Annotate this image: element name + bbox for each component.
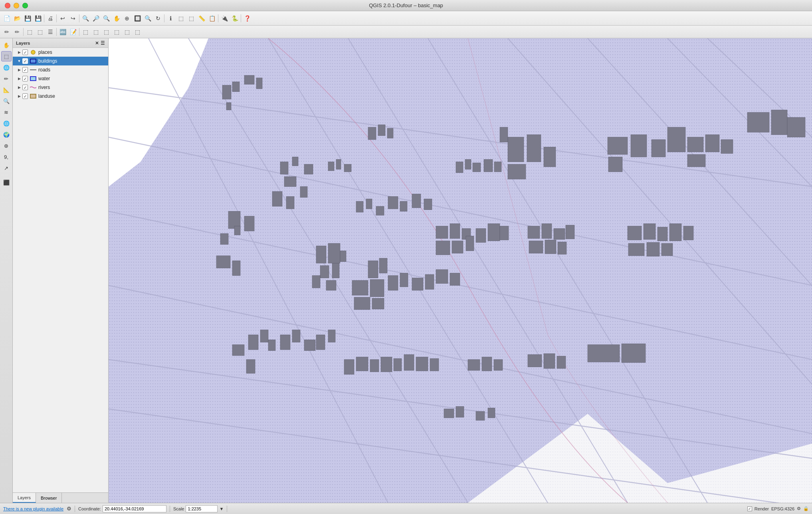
plugin-tool-3[interactable]: 🌍 [1,129,12,140]
waypoint-btn[interactable]: ⬚ [111,27,122,37]
crs-lock-icon[interactable]: 🔒 [803,506,809,511]
identify-tool[interactable]: 🌐 [1,62,12,73]
snap-btn[interactable]: ⬚ [80,27,91,37]
red-stop-btn[interactable]: ⬛ [1,177,12,188]
render-checkbox[interactable]: ✓ [747,506,752,511]
annotation-btn[interactable]: 📝 [68,27,78,37]
close-button[interactable] [5,3,10,8]
svg-rect-140 [336,159,341,169]
select-btn[interactable]: ⬚ [176,13,186,24]
menu-panel-icon[interactable]: ☰ [101,40,105,46]
layer-expand-rivers[interactable]: ▶ [16,84,22,91]
layer-expand-landuse[interactable]: ▶ [16,93,22,99]
map-canvas[interactable] [109,38,812,503]
open-project-btn[interactable]: 📂 [12,13,22,24]
scale-label: Scale [173,506,184,511]
tab-browser[interactable]: Browser [36,493,62,503]
layer-expand-roads[interactable]: ▶ [16,67,22,73]
refresh-btn[interactable]: ↻ [153,13,163,24]
select-tool[interactable]: ⬚ [1,51,12,61]
layer-expand-places[interactable]: ▶ [16,49,22,55]
gpx-btn[interactable]: ⬚ [91,27,101,37]
layer-item-landuse[interactable]: ▶ ✓ landuse [13,92,108,101]
edit-pencil-btn[interactable]: ✏ [2,27,12,37]
help-btn[interactable]: ❓ [242,13,252,24]
svg-rect-58 [747,113,769,132]
zoom-in-btn[interactable]: 🔎 [91,13,101,24]
scale-input[interactable] [186,505,218,512]
svg-rect-109 [554,229,565,239]
edit-node-btn[interactable]: ✏ [12,27,22,37]
map-svg [109,38,812,503]
window-controls[interactable] [5,3,28,8]
layer-checkbox-buildings[interactable]: ✓ [22,58,28,64]
zoom-layer-btn[interactable]: 🔲 [132,13,143,24]
layers-header-icons[interactable]: ✕ ☰ [95,40,105,46]
new-project-btn[interactable]: 📄 [2,13,12,24]
coordinate-label: Coordinate: [78,506,101,511]
zoom-full-btn[interactable]: 🔍 [80,13,91,24]
undo-btn[interactable]: ↩ [57,13,68,24]
save-project-btn[interactable]: 💾 [22,13,33,24]
svg-rect-117 [669,223,681,241]
label-btn[interactable]: 🔤 [57,27,68,37]
layer-item-buildings[interactable]: ▼ ✓ buildings [13,57,108,65]
svg-rect-81 [436,241,450,255]
scale-dropdown-icon[interactable]: ▼ [219,506,224,511]
plugin-tool-6[interactable]: ↗ [1,163,12,173]
redo-btn[interactable]: ↪ [68,13,78,24]
svg-rect-57 [608,157,622,172]
svg-rect-68 [248,335,258,350]
save-as-btn[interactable]: 💾 [33,13,43,24]
layer-checkbox-landuse[interactable]: ✓ [22,93,28,99]
digitize-btn[interactable]: ⬚ [24,27,35,37]
pan-btn[interactable]: ✋ [111,13,122,24]
plugin-tool-5[interactable]: 9, [1,152,12,162]
measure-btn[interactable]: 📏 [196,13,207,24]
layer-checkbox-water[interactable]: ✓ [22,76,28,81]
layer-expand-water[interactable]: ▶ [16,75,22,82]
add-feature-btn[interactable]: ⬚ [35,27,45,37]
svg-rect-64 [388,196,398,209]
attribute-table-btn[interactable]: 📋 [207,13,217,24]
layer-item-roads[interactable]: ▶ ✓ roads [13,65,108,74]
plugin-tool-2[interactable]: 🌐 [1,118,12,128]
layer-item-places[interactable]: ▶ ✓ places [13,48,108,57]
zoom-selected-btn[interactable]: 🔍 [143,13,153,24]
maximize-button[interactable] [22,3,28,8]
network-btn[interactable]: ⬚ [132,27,143,37]
track-btn[interactable]: ⬚ [122,27,132,37]
layer-item-rivers[interactable]: ▶ ✓ rivers [13,83,108,92]
svg-rect-40 [300,186,307,197]
plugin-tool-1[interactable]: ≋ [1,107,12,117]
plugin-tool-4[interactable]: ⊛ [1,140,12,151]
move-feature-btn[interactable]: ☰ [45,27,55,37]
layer-checkbox-roads[interactable]: ✓ [22,67,28,73]
layer-checkbox-rivers[interactable]: ✓ [22,85,28,90]
zoom-extent-btn[interactable]: ⊕ [122,13,132,24]
layer-expand-buildings[interactable]: ▼ [16,58,22,64]
layer-checkbox-places[interactable]: ✓ [22,49,28,55]
deselect-btn[interactable]: ⬚ [186,13,196,24]
plugins-btn[interactable]: 🔌 [219,13,230,24]
print-btn[interactable]: 🖨 [45,13,55,24]
digitize-tool[interactable]: ✏ [1,73,12,84]
crs-settings-icon[interactable]: ⚙ [797,506,801,511]
status-sep-1 [75,506,75,512]
measure-tool[interactable]: 📐 [1,85,12,95]
minimize-button[interactable] [14,3,19,8]
layer-item-water[interactable]: ▶ ✓ water [13,74,108,83]
svg-rect-128 [588,345,620,362]
pan-tool[interactable]: ✋ [1,40,12,50]
tab-layers[interactable]: Layers [13,493,36,503]
python-btn[interactable]: 🐍 [230,13,240,24]
close-panel-icon[interactable]: ✕ [95,40,99,46]
zoom-tool[interactable]: 🔍 [1,96,12,106]
identify-btn[interactable]: ℹ [165,13,176,24]
edit-toolbar: ✏ ✏ ⬚ ⬚ ☰ 🔤 📝 ⬚ ⬚ ⬚ ⬚ ⬚ ⬚ [0,26,812,38]
coordinate-input[interactable] [103,505,166,512]
route-btn[interactable]: ⬚ [101,27,111,37]
plugin-available-link[interactable]: There is a new plugin available [3,506,63,511]
zoom-out-btn[interactable]: 🔍 [101,13,111,24]
svg-rect-76 [316,335,325,350]
